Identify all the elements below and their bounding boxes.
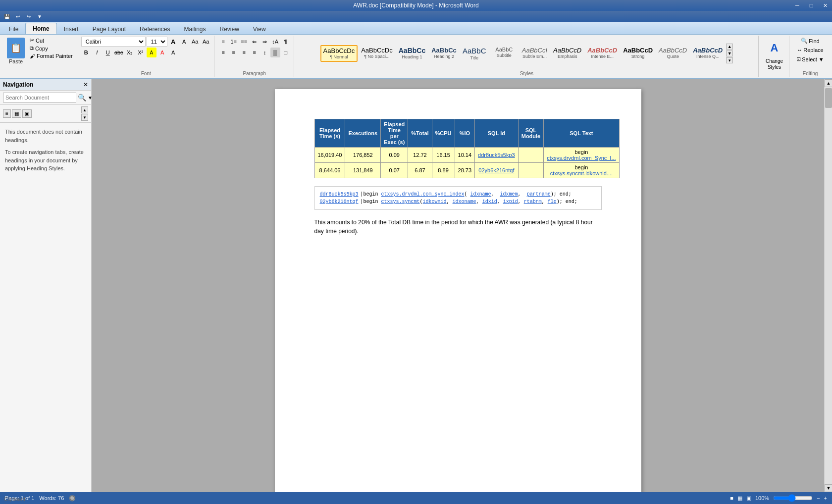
justify-button[interactable]: ≡ bbox=[250, 48, 260, 57]
close-button[interactable]: ✕ bbox=[818, 0, 832, 11]
copy-button[interactable]: ⧉ Copy bbox=[29, 45, 74, 52]
code-pkg-2[interactable]: ctxsys.syncmt bbox=[381, 199, 420, 204]
sort-button[interactable]: ↕A bbox=[270, 37, 280, 47]
zoom-in-btn[interactable]: + bbox=[824, 495, 827, 501]
code-param-1b[interactable]: idxmem bbox=[500, 192, 518, 197]
tab-insert[interactable]: Insert bbox=[57, 24, 86, 34]
cell-sqlid-2[interactable]: 02yb6k216ntqf bbox=[475, 163, 519, 178]
style-intense-q[interactable]: AaBbCcD Intense Q... bbox=[690, 45, 725, 62]
style-quote[interactable]: AaBbCcD Quote bbox=[656, 45, 689, 62]
font-effects-button[interactable]: A bbox=[168, 48, 178, 57]
minimize-button[interactable]: ─ bbox=[790, 0, 804, 11]
tab-review[interactable]: Review bbox=[212, 24, 246, 34]
styles-more[interactable]: ▾ bbox=[726, 57, 733, 63]
border-button[interactable]: □ bbox=[281, 48, 291, 57]
view-web-btn[interactable]: ▣ bbox=[746, 495, 751, 502]
font-color-button[interactable]: A bbox=[157, 48, 167, 57]
style-normal[interactable]: AaBbCcDc ¶ Normal bbox=[320, 45, 358, 62]
sql-text-link-2[interactable]: ctxsys.syncmt.idkownid.... bbox=[550, 170, 613, 176]
font-grow-button[interactable]: A bbox=[168, 37, 178, 47]
bold-button[interactable]: B bbox=[81, 48, 91, 57]
zoom-out-btn[interactable]: − bbox=[817, 495, 820, 501]
change-case-button[interactable]: Aa bbox=[201, 37, 211, 47]
save-quick-btn[interactable]: 💾 bbox=[2, 12, 12, 21]
font-size-select[interactable]: 11 bbox=[147, 37, 167, 47]
show-hide-button[interactable]: ¶ bbox=[281, 37, 291, 47]
superscript-button[interactable]: X² bbox=[136, 48, 146, 57]
style-subtle-em[interactable]: AaBbCcI Subtle Em... bbox=[520, 45, 550, 62]
nav-view-headings[interactable]: ≡ bbox=[3, 109, 11, 118]
zoom-slider[interactable] bbox=[773, 495, 813, 502]
code-pkg-1[interactable]: ctxsys.drvdml.com_sync_index bbox=[381, 192, 465, 197]
font-shrink-button[interactable]: A bbox=[179, 37, 189, 47]
redo-quick-btn[interactable]: ↪ bbox=[24, 12, 34, 21]
select-button[interactable]: ⊡ Select ▼ bbox=[794, 55, 826, 63]
strikethrough-button[interactable]: abc bbox=[114, 48, 124, 57]
increase-indent-button[interactable]: ⇒ bbox=[260, 37, 270, 47]
nav-scroll-up[interactable]: ▲ bbox=[81, 106, 88, 113]
document-area[interactable]: ElapsedTime (s) Executions Elapsed Timep… bbox=[92, 79, 824, 492]
subscript-button[interactable]: X₂ bbox=[125, 48, 135, 57]
code-id-2[interactable]: 02yb6k216ntqf bbox=[320, 198, 359, 205]
underline-button[interactable]: U bbox=[103, 48, 113, 57]
replace-button[interactable]: ↔ Replace bbox=[795, 46, 825, 54]
styles-scroll-up[interactable]: ▲ bbox=[726, 44, 733, 50]
multilevel-list-button[interactable]: ≡≡ bbox=[239, 37, 249, 47]
style-no-spacing[interactable]: AaBbCcDc ¶ No Spaci... bbox=[359, 45, 395, 62]
italic-button[interactable]: I bbox=[92, 48, 102, 57]
style-title[interactable]: AaBbC Title bbox=[460, 45, 489, 62]
style-emphasis[interactable]: AaBbCcD Emphasis bbox=[551, 45, 584, 62]
align-center-button[interactable]: ≡ bbox=[229, 48, 239, 57]
format-painter-button[interactable]: 🖌 Format Painter bbox=[29, 52, 74, 59]
maximize-button[interactable]: □ bbox=[804, 0, 818, 11]
tab-references[interactable]: References bbox=[133, 24, 177, 34]
tab-mailings[interactable]: Mailings bbox=[177, 24, 212, 34]
code-param-2f[interactable]: flg bbox=[548, 199, 557, 204]
search-input[interactable] bbox=[3, 93, 76, 102]
cell-sqlid-1[interactable]: ddr8uck5s5kp3 bbox=[475, 148, 519, 163]
scroll-thumb[interactable] bbox=[825, 88, 832, 108]
style-intense-em[interactable]: AaBbCcD Intense E... bbox=[585, 45, 620, 62]
change-styles-button[interactable]: A ChangeStyles bbox=[764, 37, 785, 71]
bullets-button[interactable]: ≡ bbox=[218, 37, 228, 47]
code-param-1c[interactable]: partname bbox=[527, 192, 551, 197]
align-left-button[interactable]: ≡ bbox=[218, 48, 228, 57]
code-param-2c[interactable]: idxid bbox=[482, 199, 497, 204]
style-subtitle[interactable]: AaBbC Subtitle bbox=[490, 45, 519, 62]
search-button[interactable]: 🔍 bbox=[78, 94, 86, 101]
align-right-button[interactable]: ≡ bbox=[239, 48, 249, 57]
code-param-1a[interactable]: idxname bbox=[470, 192, 491, 197]
scroll-down-arrow[interactable]: ▼ bbox=[825, 484, 832, 492]
view-print-btn[interactable]: ■ bbox=[730, 495, 733, 501]
style-heading1[interactable]: AaBbCc Heading 1 bbox=[396, 45, 428, 62]
tab-view[interactable]: View bbox=[246, 24, 273, 34]
tab-page-layout[interactable]: Page Layout bbox=[86, 24, 133, 34]
nav-close-button[interactable]: ✕ bbox=[83, 81, 88, 88]
code-param-2e[interactable]: rtabnm bbox=[524, 199, 542, 204]
sql-text-link-1[interactable]: ctxsys.drvdml.com_Sync_I... bbox=[547, 155, 616, 161]
style-heading2[interactable]: AaBbCc Heading 2 bbox=[429, 45, 459, 62]
tab-file[interactable]: File bbox=[2, 24, 25, 34]
code-param-2a[interactable]: idkownid bbox=[423, 199, 447, 204]
paste-button[interactable]: 📋 Paste bbox=[5, 37, 27, 65]
nav-view-results[interactable]: ▣ bbox=[22, 109, 32, 118]
scroll-up-arrow[interactable]: ▲ bbox=[825, 79, 832, 87]
spell-check-icon[interactable]: 🔘 bbox=[69, 495, 76, 502]
code-id-1[interactable]: ddr8uck5s5kp3 bbox=[320, 191, 359, 198]
nav-scroll-down[interactable]: ▼ bbox=[81, 114, 88, 121]
numbering-button[interactable]: 1≡ bbox=[229, 37, 239, 47]
styles-scroll-down[interactable]: ▼ bbox=[726, 50, 733, 56]
clear-formatting-button[interactable]: Aa bbox=[190, 37, 200, 47]
text-highlight-button[interactable]: A bbox=[147, 48, 156, 57]
undo-quick-btn[interactable]: ↩ bbox=[13, 12, 23, 21]
code-param-2b[interactable]: idxoname bbox=[453, 199, 476, 204]
cut-button[interactable]: ✂ Cut bbox=[29, 37, 74, 44]
shading-button[interactable]: ▒ bbox=[270, 48, 280, 57]
style-strong[interactable]: AaBbCcD Strong bbox=[621, 45, 655, 62]
line-spacing-button[interactable]: ↕ bbox=[260, 48, 270, 57]
view-fullscreen-btn[interactable]: ▦ bbox=[737, 495, 742, 502]
font-face-select[interactable]: Calibri bbox=[81, 37, 146, 47]
code-param-2d[interactable]: ixpid bbox=[503, 199, 518, 204]
tab-home[interactable]: Home bbox=[25, 23, 56, 34]
decrease-indent-button[interactable]: ⇐ bbox=[250, 37, 260, 47]
